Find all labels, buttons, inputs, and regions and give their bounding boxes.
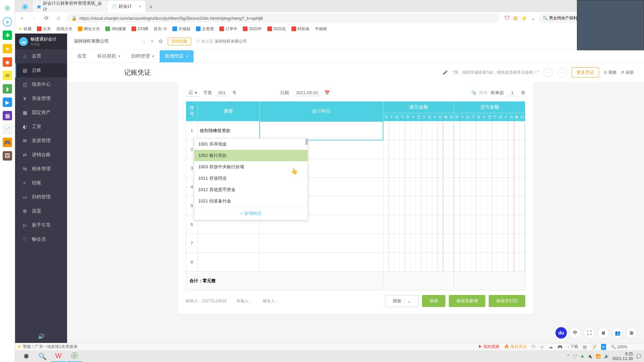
bookmark-jd[interactable]: 京东 [37,26,51,32]
smile-icon[interactable]: ☺ [540,345,544,349]
daily-link[interactable]: 🔥 每日关注 [504,344,526,350]
tools-icon[interactable]: ▤ [583,345,587,349]
tab-close-icon[interactable]: × [139,4,141,9]
nav-assets[interactable]: ▦固定资产 [15,106,67,120]
os-icon-mail[interactable]: ✉ [3,71,12,80]
nav-archive[interactable]: ▭归档管理 [15,190,67,204]
nav-invoice[interactable]: ✉发票管理 [15,134,67,148]
download-link[interactable]: ↓ 下载 [567,344,578,350]
account-cell[interactable] [260,121,383,140]
credit-cell[interactable] [454,234,525,253]
settings-top-icon[interactable]: ⚙ [158,38,163,45]
dropdown-item[interactable]: 1012 其他货币资金 [194,184,308,195]
app-tab-voucher[interactable]: 新增凭证× [160,50,194,62]
refresh-link[interactable]: ⟳刷新 [621,70,634,75]
os-icon-blue[interactable]: ▶ [3,98,12,107]
baidu-icon[interactable]: du [555,327,567,339]
nav-ledger[interactable]: ▤总账 [15,63,67,77]
company-selector[interactable]: 深圳佳旺有限公司 ⌄ [74,38,146,44]
video-overlay[interactable] [577,0,644,50]
credit-cell[interactable] [454,196,525,215]
os-icon-wechat[interactable]: ◗ [3,84,12,94]
nav-close[interactable]: ✓结账 [15,176,67,190]
dropdown-item[interactable]: 1003 存放中央银行款项 [194,161,308,173]
app-logo[interactable]: ☁ 畅捷通好会计 专业版 [15,34,67,49]
tab-close-icon[interactable]: × [186,54,188,59]
bookmark-favorites[interactable]: ★收藏 [18,26,32,32]
tray-360-icon[interactable]: ◉ [581,354,584,359]
dropdown-item[interactable]: 1001 库存现金 [194,138,308,150]
add-company-icon[interactable]: + [151,38,154,44]
voucher-type-select[interactable]: 记▾ [186,89,200,97]
clip-icon[interactable]: 📎 [471,90,477,95]
os-icon-browser[interactable]: ⓔ [3,4,12,13]
reload-icon[interactable]: ⟳ [43,14,50,22]
date-value[interactable]: 2021-05-01 [293,89,321,96]
debit-cell[interactable] [383,253,454,272]
new-tab-button[interactable]: + [146,2,156,12]
tray-wifi-icon[interactable]: 📶 [596,354,601,359]
nav-tax[interactable]: %税务管理 [15,162,67,176]
save-print-button[interactable]: 保存并打印 [489,295,525,307]
task-app-1[interactable]: ❋ [19,351,34,362]
os-icon-purple[interactable]: ▦ [3,111,12,120]
nav-settings[interactable]: ⚙设置 [15,204,67,218]
bookmark-2020b[interactable]: 2020去 [267,26,286,32]
zoom-level[interactable]: 🔍 100% [611,345,627,349]
template-button[interactable]: 模板⌄ [385,295,419,307]
task-browser[interactable]: ⓔ [67,351,82,362]
float-qr-icon[interactable]: ⊞ [626,327,637,339]
bookmark-order[interactable]: 订单中 [219,26,237,32]
browser-logo-icon[interactable]: ◉ [18,1,31,12]
debit-cell[interactable] [383,140,454,159]
tray-notification-icon[interactable]: 💬 [636,354,641,359]
save-add-button[interactable]: 保存并新增 [449,295,485,307]
bookmark-time[interactable]: 时刻未 [291,26,310,32]
note-icon[interactable]: 📝 [591,345,596,349]
tab-close-icon[interactable]: × [152,54,154,59]
account-cell[interactable] [260,234,383,253]
debit-cell[interactable] [383,234,454,253]
voucher-number-input[interactable]: 001 [215,89,229,96]
nav-home[interactable]: ⌂首页 [15,49,67,63]
tray-up-icon[interactable]: ⌃ [567,354,570,359]
bookmark-sites[interactable]: 网址大全 [78,26,100,32]
debit-cell[interactable] [383,159,454,178]
scrollbar-thumb[interactable] [306,138,308,145]
shield-status-icon[interactable]: 🛡 [531,345,535,349]
tray-security-icon[interactable]: 🛡 [573,354,577,359]
summary-cell[interactable] [198,253,259,272]
summary-cell[interactable]: 收到张峰投资款 [198,121,259,140]
calendar-icon[interactable]: 📅 [324,90,330,95]
video-link[interactable]: ⊙视频 [604,70,616,75]
bookmark-qcc[interactable]: 企查查 [196,26,214,32]
os-icon-weibo[interactable]: ◉ [3,57,12,67]
os-icon-pic[interactable]: 🖼 [3,151,12,161]
credit-cell[interactable] [454,215,525,234]
prev-voucher-icon[interactable]: ← [543,68,553,77]
add-account-link[interactable]: + 新增科目 [194,207,308,220]
float-lang-icon[interactable]: 中 [570,327,581,339]
status-alert[interactable]: ⚡ 警惕！广东一地发现1名密接者 [17,344,472,350]
float-expand-icon[interactable]: ⛶ [584,327,595,339]
verify-status[interactable]: 🛡 未认证 深圳佳旺有限公司 [196,39,247,44]
grid-icon[interactable]: ⊞ [513,15,518,21]
os-icon-star[interactable]: ★ [3,44,12,53]
nav-salary[interactable]: ◐工资 [15,120,67,134]
account-cell[interactable] [260,253,383,272]
nav-guide[interactable]: ▷新手引导 [15,218,67,232]
back-icon[interactable]: ‹ [18,14,26,22]
mic-icon[interactable]: 🎤 [443,70,448,75]
url-input[interactable]: 🔒 https://cloud.chanjet.com/accounting/u… [67,13,500,23]
bookmark-233[interactable]: 233网 [131,26,148,32]
app-tab-home[interactable]: 首页 [72,50,92,62]
browser-tab-1[interactable]: ▣ 好会计云财务软件管理系统_会计 [33,1,107,12]
credit-cell[interactable] [454,253,525,272]
dropdown-item[interactable]: 1011 存放同业 [194,173,308,184]
ie-icon[interactable]: e [601,344,606,350]
app-tab-subjects[interactable]: 科目期初× [92,50,126,62]
task-wps[interactable]: W [51,351,66,362]
tray-clock[interactable]: 9:25 2021-11-30 [612,352,633,361]
debit-cell[interactable] [383,121,454,140]
summary-cell[interactable] [198,234,259,253]
